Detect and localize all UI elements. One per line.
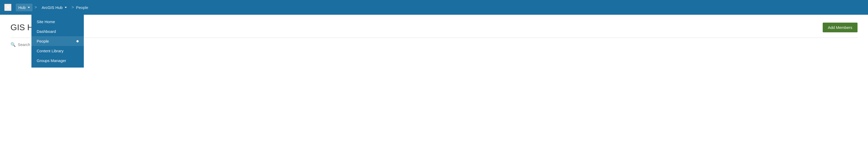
close-button[interactable]: ✕ [4,4,11,11]
hub-label: Hub [18,5,26,10]
breadcrumb-current: People [76,5,88,10]
menu-item-content-library[interactable]: Content Library [31,46,84,56]
menu-item-groups-manager-label: Groups Manager [37,58,66,63]
page-header: GIS Hub - Team Add Members [10,23,858,32]
arcgis-hub-chevron-icon [65,7,67,8]
hub-dropdown-button[interactable]: Hub [16,4,32,11]
menu-item-site-home[interactable]: Site Home [31,17,84,27]
menu-item-content-library-label: Content Library [37,49,64,53]
main-content: GIS Hub - Team Add Members 🔍 Search User… [0,15,868,143]
arcgis-hub-dropdown-button[interactable]: ArcGIS Hub [39,4,69,11]
menu-item-people-label: People [37,39,49,43]
menu-item-site-home-label: Site Home [37,20,55,24]
active-indicator [76,40,79,42]
search-section: 🔍 Search Users [10,42,858,47]
top-navigation: ✕ Hub > ArcGIS Hub > People [0,0,868,15]
arcgis-hub-dropdown-menu: Site Home Dashboard People Content Libra… [31,15,84,68]
menu-item-people[interactable]: People [31,36,84,46]
arcgis-hub-label: ArcGIS Hub [42,5,63,10]
menu-item-dashboard[interactable]: Dashboard [31,27,84,36]
menu-item-dashboard-label: Dashboard [37,29,56,34]
close-icon: ✕ [6,4,10,10]
breadcrumb-separator-2: > [71,5,74,10]
hub-chevron-icon [28,7,30,8]
breadcrumb-separator-1: > [35,5,37,10]
menu-item-groups-manager[interactable]: Groups Manager [31,56,84,66]
add-members-button[interactable]: Add Members [823,23,858,32]
header-divider [10,38,858,38]
search-icon: 🔍 [10,42,16,47]
